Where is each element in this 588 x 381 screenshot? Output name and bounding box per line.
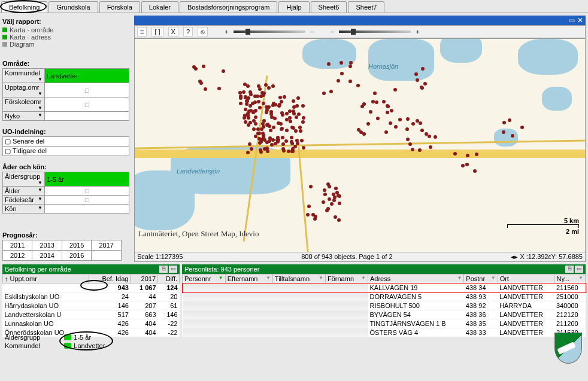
year-empty xyxy=(92,251,121,261)
table-row[interactable]: xxxxxxxxxxxxxxxxRISBOHULT 500438 92HÄRRY… xyxy=(183,301,586,310)
col-ort[interactable]: Ort xyxy=(498,275,554,284)
col-diff[interactable]: Diff. xyxy=(158,275,180,284)
map-help-icon[interactable]: ? xyxy=(183,27,193,36)
footer-val-aldersgrupp[interactable]: 1-5 år xyxy=(64,334,105,341)
table-row[interactable]: Härrydaskolan UO14620761 xyxy=(3,301,180,310)
col-efternamn[interactable]: Efternamn▼ xyxy=(225,275,272,284)
year-2017[interactable]: 2017 xyxy=(92,240,121,251)
prognos-label: Prognosår: xyxy=(2,231,129,239)
map-label-landvettersjon: Landvettersjön xyxy=(177,167,220,175)
export-icon[interactable]: ⎘ xyxy=(565,266,574,273)
table-row[interactable]: Lunnaskolan UO426404-22 xyxy=(3,319,180,328)
map-zoom-rect-icon[interactable]: ⎋ xyxy=(198,27,208,36)
maximize-icon[interactable]: ▭ xyxy=(169,266,177,273)
maximize-icon[interactable]: ▭ xyxy=(575,266,583,273)
table-row[interactable]: Eskilsbyskolan UO244420 xyxy=(3,292,180,301)
report-karta-omrade[interactable]: Karta - område xyxy=(2,26,129,33)
footer: Åldersgrupp Kommundel 1-5 år Landvetter xyxy=(0,331,588,367)
sidebar: Välj rapport: Karta - område Karta - adr… xyxy=(0,13,132,264)
omrade-table: Kommundel▼Landvetter Upptag.omr▼▢ Försko… xyxy=(2,68,129,121)
square-icon xyxy=(2,28,7,32)
year-2016[interactable]: 2016 xyxy=(62,251,91,261)
table-row[interactable]: xxxxxxxxxxxxxxxxBYVÄGEN 54438 36LANDVETT… xyxy=(183,310,586,319)
tab-bar: Befolkning Grundskola Förskola Lokaler B… xyxy=(0,0,588,13)
col-upptomr[interactable]: ↑ Uppt.omr xyxy=(3,275,89,284)
map-titlebar: ▭ ✕ xyxy=(134,16,586,25)
person-panel-title: Personlista: 943 personer ⎘▭ xyxy=(182,264,586,274)
tab-lokaler[interactable]: Lokaler xyxy=(141,1,178,13)
alder-table: Åldersgrupp▼1-5 år Ålder▼▢ Födelseår▼▢ K… xyxy=(2,172,129,214)
year-2014[interactable]: 2014 xyxy=(32,251,62,261)
table-row[interactable]: xxxxxxxxxxxxxxxxDÖRRAVÄGEN 5438 93LANDVE… xyxy=(183,292,586,301)
tab-bostad[interactable]: Bostadsförsörjningsprogram xyxy=(180,1,278,13)
omrade-label: Område: xyxy=(2,60,129,67)
tab-befolkning[interactable]: Befolkning xyxy=(1,1,47,13)
filter-forskole-value[interactable]: ▢ xyxy=(45,97,129,112)
col-personnr[interactable]: Personnr▼ xyxy=(183,275,226,284)
year-2013[interactable]: 2013 xyxy=(32,240,62,251)
tab-sheet6[interactable]: Sheet6 xyxy=(311,1,347,13)
filter-nyko[interactable]: Nyko▼ xyxy=(3,112,45,121)
col-tilltalsnamn[interactable]: Tilltalsnamn▼ xyxy=(272,275,325,284)
bef-panel-title: Befolkning per område ⎘▭ xyxy=(2,264,180,274)
map-opacity-slider[interactable] xyxy=(339,31,411,33)
uo-tidigare[interactable]: ▢ Tidigare del xyxy=(2,147,129,156)
clear-filter-icon[interactable] xyxy=(64,343,71,349)
filter-upptag[interactable]: Upptag.omr▼ xyxy=(3,83,45,97)
filter-fodelsear[interactable]: Födelseår▼ xyxy=(3,196,45,205)
year-2012[interactable]: 2012 xyxy=(3,251,32,261)
col-befidag[interactable]: Bef. Idag xyxy=(89,275,131,284)
clear-filter-icon[interactable] xyxy=(64,334,71,340)
alder-label: Åder och kön: xyxy=(2,163,129,170)
map-canvas[interactable]: Hornasjön Landvettersjön 5 km 2 mi Lantm… xyxy=(134,38,586,252)
uo-label: UO-indelning: xyxy=(2,128,129,135)
map-zoom-slider[interactable] xyxy=(234,31,305,33)
map-minimize-icon[interactable]: ▭ xyxy=(568,16,575,25)
export-icon[interactable]: ⎘ xyxy=(159,266,168,273)
col-fornamn[interactable]: Förnamn▼ xyxy=(326,275,368,284)
year-2015[interactable]: 2015 xyxy=(62,240,91,251)
filter-aldersgrupp[interactable]: Åldersgrupp▼ xyxy=(3,172,45,187)
square-icon xyxy=(2,42,7,47)
municipality-logo xyxy=(554,333,582,364)
filter-alder-value[interactable]: ▢ xyxy=(45,187,129,196)
filter-aldersgrupp-value[interactable]: 1-5 år xyxy=(45,172,129,187)
map-select-icon[interactable]: [ ] xyxy=(151,27,163,36)
filter-upptag-value[interactable]: ▢ xyxy=(45,83,129,97)
map-menu-icon[interactable]: ≡ xyxy=(137,27,147,36)
map-clear-icon[interactable]: X xyxy=(168,27,178,36)
col-2017[interactable]: 2017 xyxy=(131,275,158,284)
tab-forskola[interactable]: Förskola xyxy=(99,1,140,13)
table-row[interactable]: xxxxxxxxxxxxxxxxTINGTJÄRNSVÄGEN 1 B438 3… xyxy=(183,319,586,328)
tab-sheet7[interactable]: Sheet7 xyxy=(348,1,384,13)
person-table: Personnr▼ Efternamn▼ Tilltalsnamn▼ Förna… xyxy=(182,274,586,337)
year-2011[interactable]: 2011 xyxy=(3,240,32,251)
square-icon xyxy=(2,35,7,39)
filter-forskole[interactable]: Förskoleomr▼ xyxy=(3,97,45,112)
map-coords: ◂▸ X :12.392εY: 57.6885 xyxy=(511,253,583,261)
uo-senare[interactable]: ▢ Senare del xyxy=(2,136,129,147)
filter-kommundel[interactable]: Kommundel▼ xyxy=(3,69,45,83)
map-label-hornasjon: Hornasjön xyxy=(368,63,398,70)
filter-kon-value[interactable] xyxy=(45,205,129,214)
tab-hjalp[interactable]: Hjälp xyxy=(278,1,309,13)
filter-nyko-value[interactable] xyxy=(45,112,129,121)
filter-kommundel-value[interactable]: Landvetter xyxy=(45,69,129,83)
col-adress[interactable]: Adress▼ xyxy=(368,275,464,284)
report-diagram[interactable]: Diagram xyxy=(2,41,129,48)
filter-kon[interactable]: Kön▼ xyxy=(3,205,45,214)
report-label: Välj rapport: xyxy=(2,18,129,25)
map-attribution: Lantmäteriet, Open Street Map, Idevio xyxy=(138,229,259,239)
col-ny[interactable]: Ny...▼ xyxy=(554,275,586,284)
filter-fodelsear-value[interactable]: ▢ xyxy=(45,196,129,205)
map-close-icon[interactable]: ✕ xyxy=(577,16,583,25)
map-status-bar: Scale 1:127395 800 of 943 objects. Page … xyxy=(134,252,586,262)
table-row[interactable]: Landvetterskolan U517663146 xyxy=(3,310,180,319)
col-postnr[interactable]: Postnr▼ xyxy=(464,275,498,284)
tab-grundskola[interactable]: Grundskola xyxy=(49,1,98,13)
table-row[interactable]: 9431 067124 xyxy=(3,284,180,292)
report-karta-adress[interactable]: Karta - adress xyxy=(2,33,129,41)
footer-val-kommundel[interactable]: Landvetter xyxy=(64,342,105,349)
filter-alder[interactable]: Ålder▼ xyxy=(3,187,45,196)
table-row[interactable]: xxxxxxxxxxxxxxxxKÄLLVÄGEN 19438 34LANDVE… xyxy=(183,284,586,292)
